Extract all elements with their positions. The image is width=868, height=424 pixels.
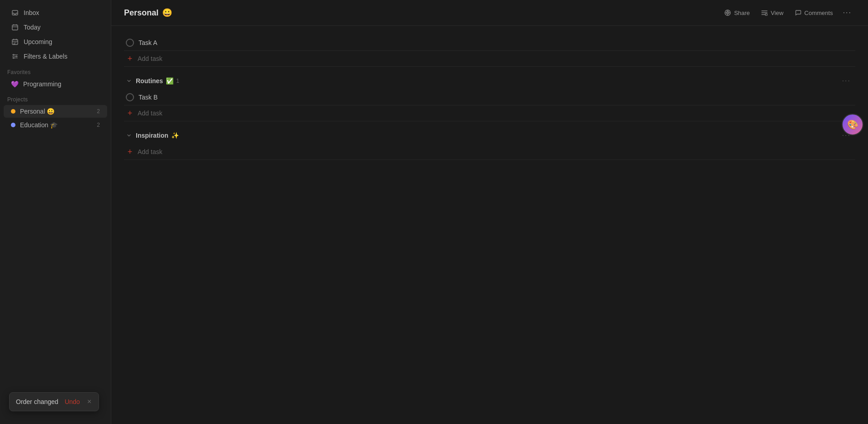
routines-emoji: ✅ — [166, 77, 174, 85]
share-label: Share — [734, 10, 750, 16]
inspiration-title: Inspiration ✨ — [136, 132, 179, 139]
routines-more-button[interactable]: ··· — [839, 76, 853, 86]
avatar[interactable]: 🎨 — [842, 114, 863, 135]
page-header: Personal 😀 Share — [111, 0, 868, 26]
filter-icon — [11, 52, 19, 60]
upcoming-icon — [11, 38, 19, 46]
sidebar-item-today[interactable]: Today — [4, 20, 107, 34]
main-content: Personal 😀 Share — [111, 0, 868, 424]
task-b-label: Task B — [139, 94, 158, 101]
table-row: Task A — [124, 35, 855, 51]
inspiration-chevron-icon — [126, 132, 132, 139]
programming-label: Programming — [23, 80, 100, 88]
today-icon — [11, 23, 19, 31]
sidebar-item-education[interactable]: Education 🎓 2 — [4, 119, 107, 131]
task-a-label: Task A — [139, 39, 157, 46]
add-task-default-label: Add task — [138, 55, 162, 62]
svg-point-5 — [13, 57, 14, 58]
inbox-label: Inbox — [24, 9, 39, 16]
routines-title-text: Routines — [136, 77, 163, 85]
education-badge: 2 — [93, 122, 100, 128]
share-button[interactable]: Share — [719, 7, 754, 19]
view-label: View — [771, 10, 784, 16]
routines-section-header[interactable]: Routines ✅ 1 ··· — [124, 70, 855, 90]
routines-title: Routines ✅ 1 — [136, 77, 179, 85]
add-task-inspiration[interactable]: + Add task — [124, 144, 855, 160]
inspiration-title-text: Inspiration — [136, 132, 169, 139]
add-task-inspiration-plus-icon: + — [126, 148, 134, 156]
sidebar-item-upcoming[interactable]: Upcoming — [4, 35, 107, 49]
toast-notification: Order changed Undo × — [9, 392, 99, 411]
personal-label: Personal 😀 — [20, 108, 88, 115]
personal-badge: 2 — [93, 108, 100, 115]
comments-icon — [794, 9, 802, 16]
today-label: Today — [24, 24, 40, 31]
task-b-checkbox[interactable] — [126, 93, 134, 101]
inbox-icon — [11, 9, 19, 17]
toast-close-button[interactable]: × — [86, 398, 92, 406]
inspiration-emoji: ✨ — [171, 132, 179, 139]
svg-rect-8 — [765, 14, 767, 15]
share-icon — [724, 9, 731, 16]
education-label: Education 🎓 — [20, 121, 88, 129]
svg-point-3 — [13, 54, 14, 55]
routines-count: 1 — [176, 78, 179, 84]
table-row: Task B — [124, 90, 855, 105]
sidebar-item-personal[interactable]: Personal 😀 2 — [4, 105, 107, 118]
sidebar-item-inbox[interactable]: Inbox — [4, 6, 107, 20]
page-title-emoji: 😀 — [162, 8, 172, 18]
sidebar-item-filters[interactable]: Filters & Labels — [4, 50, 107, 63]
view-icon — [761, 9, 768, 16]
comments-label: Comments — [804, 10, 833, 16]
add-task-routines-plus-icon: + — [126, 109, 134, 117]
toast-message: Order changed — [16, 398, 58, 405]
svg-point-4 — [16, 56, 17, 57]
filters-label: Filters & Labels — [24, 53, 67, 60]
sidebar: Inbox Today Upcoming — [0, 0, 111, 424]
content-area: Task A + Add task Routines ✅ 1 — [111, 26, 868, 424]
favorites-section-label: Favorites — [0, 64, 111, 77]
inspiration-section-header[interactable]: Inspiration ✨ ··· — [124, 125, 855, 144]
toast-undo-button[interactable]: Undo — [64, 397, 79, 406]
education-dot — [11, 123, 15, 127]
routines-chevron-icon — [126, 78, 132, 84]
add-task-plus-icon: + — [126, 55, 134, 63]
page-title-text: Personal — [124, 8, 159, 18]
inspiration-section: Inspiration ✨ ··· + Add task — [124, 125, 855, 160]
more-options-button[interactable]: ··· — [839, 6, 855, 19]
svg-rect-1 — [12, 25, 18, 30]
routines-section: Routines ✅ 1 ··· Task B + Add task — [124, 70, 855, 121]
default-section: Task A + Add task — [124, 35, 855, 67]
task-a-checkbox[interactable] — [126, 39, 134, 47]
projects-section-label: Projects — [0, 91, 111, 105]
header-actions: Share View Comments ··· — [719, 6, 855, 19]
page-title: Personal 😀 — [124, 8, 719, 18]
avatar-emoji: 🎨 — [847, 119, 858, 130]
comments-button[interactable]: Comments — [790, 7, 838, 19]
add-task-default[interactable]: + Add task — [124, 51, 855, 67]
upcoming-label: Upcoming — [24, 38, 52, 45]
add-task-routines-label: Add task — [138, 110, 162, 117]
programming-dot: 💜 — [11, 80, 19, 88]
sidebar-item-programming[interactable]: 💜 Programming — [4, 78, 107, 90]
personal-dot — [11, 109, 15, 114]
add-task-inspiration-label: Add task — [138, 148, 162, 155]
add-task-routines[interactable]: + Add task — [124, 105, 855, 121]
view-button[interactable]: View — [756, 7, 788, 19]
